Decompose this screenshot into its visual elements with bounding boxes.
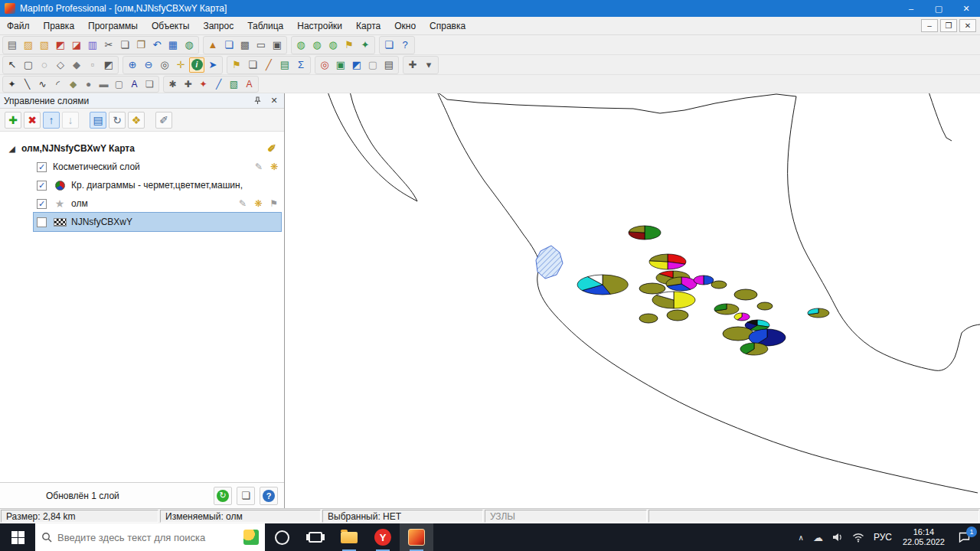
arc-tool-icon[interactable]: ◜: [51, 77, 65, 91]
drag-map-window-icon[interactable]: ❏: [245, 57, 260, 73]
mapbasic-window-icon[interactable]: ▭: [253, 37, 269, 53]
district-target-icon[interactable]: ◎: [317, 57, 332, 73]
selected-region-hatched[interactable]: [536, 246, 563, 279]
ruler-icon[interactable]: ╱: [261, 57, 276, 73]
layer-tree-root[interactable]: ◢ олм,NJNsfyCBXwY Карта ✐: [0, 139, 284, 158]
status-editable[interactable]: Изменяемый: олм: [160, 510, 321, 523]
rectangle-tool-icon[interactable]: ▬: [96, 77, 111, 91]
map-pie-chart-6[interactable]: [694, 276, 714, 285]
add-node-icon[interactable]: ✚: [181, 77, 195, 91]
weather-icon[interactable]: [243, 530, 259, 545]
select-icon[interactable]: ↖: [5, 57, 20, 73]
reshape-icon[interactable]: ✱: [165, 77, 180, 91]
close-button[interactable]: ✕: [952, 0, 980, 17]
layer-visibility-checkbox[interactable]: ✓: [37, 162, 47, 172]
layer-row-0[interactable]: ✓Косметический слой✎❋: [34, 158, 281, 176]
mdi-close-button[interactable]: ✕: [959, 19, 976, 32]
taskbar-file-explorer-button[interactable]: [332, 523, 366, 551]
layer-row-1[interactable]: ✓Кр. диаграммы - чермет,цветмет,машин,: [34, 176, 281, 194]
table-list-icon[interactable]: ▤: [381, 57, 397, 73]
menu-item-2[interactable]: Программы: [81, 18, 145, 34]
map-pie-chart-11[interactable]: [639, 314, 658, 323]
open-wfs-icon[interactable]: ◍: [309, 37, 325, 53]
task-manager-icon[interactable]: ▣: [270, 37, 285, 53]
map-pie-chart-7[interactable]: [711, 281, 727, 289]
pin-icon[interactable]: [251, 95, 263, 107]
clip-off-icon[interactable]: ▢: [365, 57, 381, 73]
map-pie-chart-12[interactable]: [667, 310, 688, 321]
mdi-restore-button[interactable]: ❐: [940, 19, 957, 32]
label-icon[interactable]: ⚑: [229, 57, 244, 73]
move-layer-down-button[interactable]: ↓: [62, 112, 79, 129]
map-pie-chart-0[interactable]: [629, 226, 661, 240]
notification-center-button[interactable]: 1: [951, 523, 977, 551]
remove-layer-button[interactable]: ✖: [24, 112, 41, 129]
labels-icon[interactable]: ❋: [270, 161, 278, 172]
new-mapper-icon[interactable]: ◍: [181, 37, 197, 53]
rounded-rectangle-tool-icon[interactable]: ▢: [112, 77, 126, 91]
menu-item-1[interactable]: Правка: [37, 18, 82, 34]
open-tile-server-icon[interactable]: ◍: [325, 37, 341, 53]
region-style-icon[interactable]: ▧: [227, 77, 241, 91]
volume-icon[interactable]: [828, 523, 848, 551]
create-points-icon[interactable]: ✦: [358, 37, 373, 53]
start-button[interactable]: [0, 523, 35, 551]
map-canvas[interactable]: [285, 93, 980, 508]
layer-visibility-checkbox[interactable]: ✓: [37, 199, 47, 209]
geocode-icon[interactable]: ⚑: [341, 37, 357, 53]
snap-icon[interactable]: ✚: [405, 57, 420, 73]
menu-item-5[interactable]: Таблица: [240, 18, 290, 34]
panel-close-icon[interactable]: ✕: [268, 95, 280, 107]
save-workspace-icon[interactable]: ◪: [69, 37, 84, 53]
frame-tool-icon[interactable]: ❏: [142, 77, 157, 91]
taskbar-yandex-browser-button[interactable]: Y: [366, 523, 400, 551]
map-pie-chart-3[interactable]: [577, 275, 628, 295]
refresh-map-button[interactable]: ↻: [214, 487, 232, 505]
onedrive-icon[interactable]: ☁: [808, 523, 828, 551]
layer-row-3[interactable]: NJNsfyCBXwY: [34, 213, 281, 231]
clip-region-icon[interactable]: ◩: [349, 57, 364, 73]
taskbar-search-input[interactable]: [57, 532, 238, 543]
layer-visibility-checkbox[interactable]: [37, 217, 47, 227]
map-pie-chart-10[interactable]: [757, 302, 773, 310]
statistics-icon[interactable]: Σ: [293, 57, 309, 73]
text-tool-icon[interactable]: A: [127, 77, 142, 91]
hotlink-icon[interactable]: ➤: [205, 57, 220, 73]
print-icon[interactable]: ▥: [85, 37, 100, 53]
boundary-select-icon[interactable]: ◆: [69, 57, 84, 73]
legend-icon[interactable]: ▤: [277, 57, 292, 73]
polygon-select-icon[interactable]: ◇: [53, 57, 68, 73]
menu-item-7[interactable]: Карта: [349, 18, 387, 34]
open-workspace-icon[interactable]: ▧: [37, 37, 52, 53]
undo-icon[interactable]: ↶: [149, 37, 165, 53]
menu-item-0[interactable]: Файл: [0, 18, 37, 34]
taskbar-task-view-button[interactable]: [299, 523, 332, 551]
maximize-button[interactable]: ▢: [925, 0, 952, 17]
zoom-in-icon[interactable]: ⊕: [125, 57, 140, 73]
symbol-style-icon[interactable]: ✦: [196, 77, 211, 91]
edit-icon[interactable]: ✎: [255, 161, 263, 172]
network-icon[interactable]: [848, 523, 869, 551]
edit-icon[interactable]: ✎: [239, 198, 247, 209]
open-table-icon[interactable]: ▨: [21, 37, 36, 53]
menu-item-8[interactable]: Окно: [387, 18, 423, 34]
line-tool-icon[interactable]: ╲: [20, 77, 34, 91]
map-pie-chart-4[interactable]: [639, 283, 665, 294]
help-contents-icon[interactable]: ?: [397, 37, 413, 53]
invert-selection-icon[interactable]: ◩: [101, 57, 116, 73]
layer-visibility-checkbox[interactable]: ✓: [37, 181, 47, 191]
map-pie-chart-9[interactable]: [734, 289, 757, 300]
symbol-tool-icon[interactable]: ✦: [5, 77, 19, 91]
new-layer-window-button[interactable]: ❏: [237, 487, 255, 505]
new-grapher-icon[interactable]: ▲: [205, 37, 220, 53]
change-zoom-icon[interactable]: ◎: [157, 57, 172, 73]
map-style-icon[interactable]: ✐: [267, 142, 276, 155]
text-style-icon[interactable]: A: [242, 77, 256, 91]
map-pie-chart-1[interactable]: [649, 254, 686, 269]
status-selected[interactable]: Выбранный: НЕТ: [322, 510, 483, 523]
layer-style-override-button[interactable]: ❖: [128, 112, 145, 129]
pan-icon[interactable]: ✛: [173, 57, 188, 73]
map-pie-chart-13[interactable]: [714, 304, 739, 315]
clock[interactable]: 16:14 22.05.2022: [897, 523, 951, 551]
menu-item-4[interactable]: Запрос: [196, 18, 240, 34]
